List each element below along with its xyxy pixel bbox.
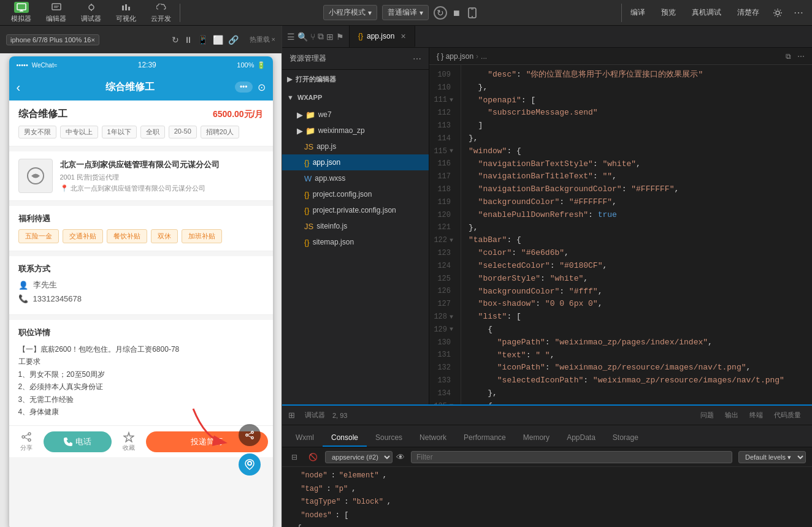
code-line-117: "navigationBarTitleText": "", — [469, 170, 805, 183]
ln-135: 135▼ — [429, 400, 453, 404]
tree-item-appjs[interactable]: JS app.js — [282, 138, 429, 154]
breadcrumb-collapse[interactable]: ⧉ — [786, 52, 791, 61]
cloud-btn[interactable]: 云开发 — [145, 1, 177, 25]
editor-content[interactable]: 109 110 111▼ 112 113 114 115▼ 116 117 11… — [429, 65, 812, 404]
device-btn[interactable] — [465, 6, 479, 20]
job-detail-text: 【一】底薪2600！包吃包住。月综合工资6800-78 工要求 1、男女不限；2… — [18, 343, 264, 418]
link-icon[interactable]: 🔗 — [228, 35, 239, 45]
tree-label-appjson: app.json — [313, 158, 340, 167]
flag-icon[interactable]: ⚑ — [336, 32, 344, 42]
devtools-status-terminal[interactable]: 终端 — [745, 408, 768, 422]
open-editors-header[interactable]: ▶ 打开的编辑器 — [282, 70, 429, 88]
tab-memory[interactable]: Memory — [515, 430, 558, 447]
code-line-129: { — [469, 324, 805, 336]
simulator-icon — [14, 2, 29, 13]
log-level-select[interactable]: Default levels ▾ — [738, 451, 806, 463]
devtools-status-codequality[interactable]: 代码质量 — [769, 408, 806, 422]
console-filter-input[interactable] — [411, 451, 732, 463]
back-btn[interactable]: ‹ — [17, 80, 21, 94]
code-line-134: }, — [469, 387, 805, 400]
devtools-status-issues[interactable]: 问题 — [695, 408, 719, 422]
collect-action-btn[interactable]: 收藏 — [117, 429, 141, 455]
appservice-toggle-visibility[interactable]: 👁 — [396, 452, 405, 462]
console-clear-btn[interactable]: 🚫 — [307, 451, 319, 463]
ln-119: 119 — [429, 196, 453, 209]
tab-performance[interactable]: Performance — [455, 430, 515, 447]
tab-console[interactable]: Console — [323, 430, 367, 447]
code-line-124: "selectedColor": "#0180CF", — [469, 260, 805, 273]
tree-item-appwxss[interactable]: W app.wxss — [282, 170, 429, 186]
tab-wxml[interactable]: Wxml — [287, 430, 323, 447]
tab-storage[interactable]: Storage — [604, 430, 647, 447]
copy-icon[interactable]: ⧉ — [318, 31, 324, 42]
tree-item-sitemap[interactable]: {} sitemap.json — [282, 234, 429, 250]
file-tree-toggle[interactable]: ☰ — [287, 32, 295, 42]
preview-btn[interactable]: 预览 — [655, 6, 682, 20]
tree-item-weixinmao[interactable]: ▶ 📁 weixinmao_zp — [282, 123, 429, 138]
device-selector[interactable]: iphone 6/7/8 Plus 100% 16× — [6, 34, 99, 45]
floating-share-btn[interactable] — [239, 424, 261, 446]
debugger-btn[interactable]: 调试器 — [75, 1, 107, 25]
ln-121: 121 — [429, 222, 453, 235]
miniprogram-mode-select[interactable]: 小程序模式 ▾ — [323, 5, 377, 20]
console-toggle-btn[interactable]: ⊟ — [288, 451, 301, 463]
app-json-tab[interactable]: {} app.json × — [350, 26, 415, 47]
nav-more-icon[interactable]: ••• — [235, 82, 253, 93]
settings-btn[interactable] — [769, 4, 786, 21]
tab-sources[interactable]: Sources — [367, 430, 411, 447]
tree-label-siteinfo: siteinfo.js — [316, 222, 347, 230]
tree-item-we7[interactable]: ▶ 📁 we7 — [282, 107, 429, 123]
devtools-tabs-bar: Wxml Console Sources Network Performance… — [282, 425, 812, 447]
search-icon[interactable]: 🔍 — [297, 32, 308, 42]
floating-location-btn[interactable] — [239, 453, 261, 476]
phone-icon[interactable]: 📱 — [197, 35, 208, 45]
simulator-label: 模拟器 — [11, 14, 31, 23]
wxapp-label: WXAPP — [297, 94, 322, 101]
compile-btn[interactable]: 编译 — [624, 6, 651, 20]
breadcrumb-more[interactable]: ⋯ — [797, 52, 805, 61]
svg-rect-10 — [125, 4, 127, 10]
svg-line-26 — [248, 433, 251, 434]
call-btn[interactable]: 电话 — [44, 431, 112, 452]
visualize-btn[interactable]: 可视化 — [110, 1, 142, 25]
ln-123: 123 — [429, 247, 453, 260]
tree-item-appjson[interactable]: {} app.json — [282, 154, 429, 170]
rotate-icon[interactable]: ↻ — [172, 35, 179, 45]
source-control-icon[interactable]: ⑂ — [310, 32, 315, 42]
status-right: 100% 🔋 — [237, 61, 265, 69]
tab-close-btn[interactable]: × — [400, 31, 405, 41]
wxapp-header[interactable]: ▼ WXAPP — [282, 88, 429, 107]
svg-rect-11 — [128, 7, 130, 10]
explorer-more-btn[interactable]: ⋯ — [413, 54, 421, 64]
tree-item-siteinfo[interactable]: JS siteinfo.js — [282, 218, 429, 234]
ln-133: 133 — [429, 374, 453, 387]
job-header: 综合维修工 6500.00元/月 男女不限 中专以上 1年以下 全职 20-50… — [9, 100, 273, 146]
tree-item-projectprivate[interactable]: {} project.private.config.json — [282, 202, 429, 218]
hot-reload[interactable]: 热重载 × — [250, 35, 275, 44]
simulator-btn[interactable]: 模拟器 — [5, 1, 37, 25]
scan-icon[interactable]: ⬜ — [213, 35, 223, 45]
devtools-status-output[interactable]: 输出 — [720, 408, 743, 422]
code-line-127: "box-shadow": "0 0 6px 0", — [469, 298, 805, 311]
job-detail-section: 职位详情 【一】底薪2600！包吃包住。月综合工资6800-78 工要求 1、男… — [9, 320, 273, 425]
code-content[interactable]: "desc": "你的位置信息将用于小程序位置接口的效果展示" }, "open… — [461, 65, 812, 404]
nav-location-icon[interactable]: ⊙ — [258, 82, 266, 93]
compile-mode-select[interactable]: 普通编译 ▾ — [382, 5, 429, 20]
appservice-select[interactable]: appservice (#2) — [325, 451, 393, 463]
editor-btn[interactable]: 编辑器 — [40, 1, 72, 25]
refresh-btn[interactable]: ↻ — [434, 6, 447, 20]
share-action-btn[interactable]: 分享 — [14, 429, 39, 455]
more-menu-btn[interactable]: ⋯ — [790, 4, 807, 21]
refresh-phone-icon[interactable]: ⏸ — [184, 35, 193, 45]
code-line-121: }, — [469, 222, 805, 235]
tab-network[interactable]: Network — [411, 430, 455, 447]
split-icon[interactable]: ⊞ — [326, 32, 334, 42]
stop-btn[interactable]: ⏹ — [450, 6, 463, 20]
clear-cache-btn[interactable]: 清楚存 — [731, 6, 765, 20]
visualize-icon — [119, 2, 134, 13]
tab-appdata[interactable]: AppData — [558, 430, 604, 447]
real-debug-btn[interactable]: 真机调试 — [686, 6, 727, 20]
ln-118: 118 — [429, 183, 453, 196]
devtools-panel-toggle[interactable]: ⊞ — [288, 411, 295, 420]
tree-item-projectconfig[interactable]: {} project.config.json — [282, 186, 429, 202]
